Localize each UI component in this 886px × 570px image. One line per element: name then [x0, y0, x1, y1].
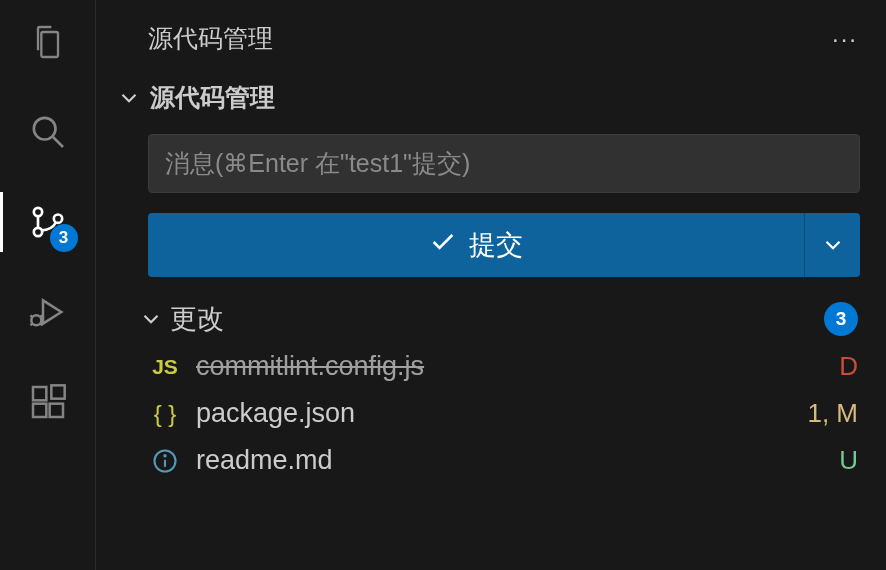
commit-button-label: 提交 — [469, 227, 523, 263]
section-title: 源代码管理 — [150, 81, 275, 114]
commit-dropdown-button[interactable] — [804, 213, 860, 277]
check-icon — [429, 228, 457, 263]
search-icon — [28, 112, 68, 152]
svg-point-5 — [31, 315, 41, 325]
file-status-deleted: D — [839, 351, 858, 382]
svg-point-0 — [33, 118, 55, 140]
source-control-tab[interactable]: 3 — [24, 198, 72, 246]
svg-rect-9 — [51, 385, 64, 398]
js-file-icon: JS — [148, 355, 182, 379]
chevron-down-icon — [138, 306, 164, 332]
file-row[interactable]: { } package.json 1, M — [96, 390, 886, 437]
chevron-down-icon — [116, 85, 142, 111]
changes-count-badge: 3 — [824, 302, 858, 336]
json-file-icon: { } — [148, 400, 182, 428]
section-header[interactable]: 源代码管理 — [96, 73, 886, 124]
run-debug-tab[interactable] — [24, 288, 72, 336]
extensions-tab[interactable] — [24, 378, 72, 426]
commit-box: 提交 — [148, 134, 860, 277]
file-row[interactable]: JS commitlint.config.js D — [96, 343, 886, 390]
file-name: package.json — [196, 398, 793, 429]
commit-button[interactable]: 提交 — [148, 213, 804, 277]
commit-message-input[interactable] — [148, 134, 860, 193]
svg-point-12 — [164, 455, 165, 456]
svg-point-3 — [33, 228, 41, 236]
svg-rect-7 — [33, 404, 46, 417]
files-icon — [28, 22, 68, 62]
svg-rect-8 — [49, 404, 62, 417]
changes-title: 更改 — [170, 301, 824, 337]
chevron-down-icon — [820, 232, 846, 258]
svg-point-2 — [33, 208, 41, 216]
svg-point-4 — [53, 215, 61, 223]
file-name: readme.md — [196, 445, 825, 476]
file-row[interactable]: readme.md U — [96, 437, 886, 484]
scm-badge: 3 — [50, 224, 78, 252]
activity-bar: 3 — [0, 0, 96, 570]
panel-title: 源代码管理 — [148, 22, 273, 55]
explorer-tab[interactable] — [24, 18, 72, 66]
panel-header: 源代码管理 ··· — [96, 10, 886, 73]
file-status-modified: 1, M — [807, 398, 858, 429]
svg-rect-6 — [33, 387, 46, 400]
debug-icon — [28, 292, 68, 332]
commit-button-row: 提交 — [148, 213, 860, 277]
file-name: commitlint.config.js — [196, 351, 825, 382]
svg-line-1 — [53, 137, 63, 147]
info-file-icon — [148, 447, 182, 475]
search-tab[interactable] — [24, 108, 72, 156]
more-actions-icon[interactable]: ··· — [832, 25, 858, 53]
extensions-icon — [28, 382, 68, 422]
source-control-panel: 源代码管理 ··· 源代码管理 提交 更改 3 JS — [96, 0, 886, 570]
changes-header[interactable]: 更改 3 — [96, 277, 886, 343]
file-status-untracked: U — [839, 445, 858, 476]
